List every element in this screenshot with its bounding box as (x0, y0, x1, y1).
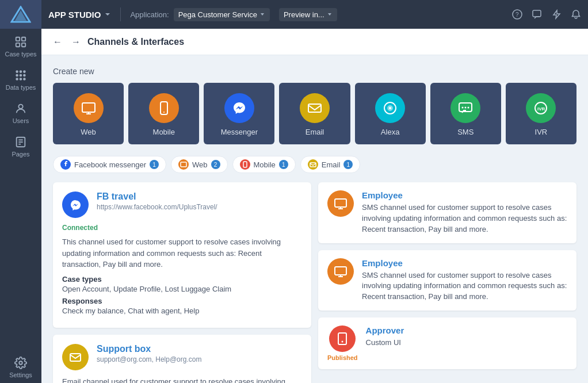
svg-point-20 (19, 361, 22, 365)
svg-rect-39 (310, 163, 316, 167)
svg-rect-3 (22, 37, 25, 41)
filter-tab-web[interactable]: Web 2 (171, 156, 228, 173)
right-column: Employee SMS channel used for customer s… (318, 182, 576, 383)
web-badge: 2 (211, 160, 220, 169)
svg-rect-42 (335, 267, 346, 275)
mobile-badge: 1 (279, 160, 288, 169)
svg-point-26 (163, 112, 165, 113)
employee-1-title: Employee (362, 190, 567, 200)
chat-icon[interactable] (532, 9, 542, 20)
mobile-icon (149, 93, 179, 123)
filter-tab-facebook[interactable]: Facebook messenger 1 (53, 156, 166, 173)
svg-point-44 (342, 341, 343, 343)
sidebar-item-pages[interactable]: Pages (0, 129, 41, 162)
fb-travel-header: FB travel https://www.facebook.com/Uplus… (62, 192, 302, 218)
fb-travel-case-types-value: Open Account, Update Profile, Lost Lugga… (62, 285, 302, 293)
fb-travel-info: FB travel https://www.facebook.com/Uplus… (97, 192, 302, 211)
forward-button[interactable]: → (69, 35, 83, 49)
create-new-label: Create new (53, 67, 576, 76)
svg-point-10 (20, 75, 22, 76)
email-tab-icon (308, 159, 318, 170)
filter-tab-email[interactable]: Email 1 (300, 156, 361, 173)
filter-tab-mobile[interactable]: Mobile 1 (232, 156, 296, 173)
back-button[interactable]: ← (51, 35, 64, 49)
support-box-subtitle: support@org.com, Help@org.com (97, 355, 302, 363)
content-area: Create new Web (41, 55, 588, 383)
employee-1-description: SMS channel used for customer support to… (362, 202, 567, 235)
fb-travel-subtitle: https://www.facebook.com/UplusTravel/ (97, 203, 302, 211)
channel-card-email[interactable]: Email (279, 83, 350, 144)
svg-point-30 (389, 107, 391, 109)
page-title: Channels & Interfaces (87, 37, 184, 47)
employee-2-title: Employee (362, 258, 567, 268)
svg-point-32 (462, 107, 464, 109)
preview-dropdown[interactable]: Preview in... (279, 8, 337, 21)
fb-travel-responses-value: Check my balance, Chat with agent, Help (62, 307, 302, 315)
employee-card-2: Employee SMS channel used for customer s… (318, 250, 576, 311)
filter-tabs: Facebook messenger 1 Web 2 Mobile 1 (53, 156, 576, 173)
main-content: APP STUDIO Application: Pega Customer Se… (41, 0, 588, 383)
left-column: FB travel https://www.facebook.com/Uplus… (53, 182, 311, 383)
alexa-icon (375, 93, 405, 123)
fb-travel-card: FB travel https://www.facebook.com/Uplus… (53, 182, 311, 328)
sms-icon (450, 93, 480, 123)
main-grid: FB travel https://www.facebook.com/Uplus… (53, 182, 576, 383)
svg-point-33 (465, 107, 467, 109)
fb-travel-responses-label: Responses (62, 297, 302, 305)
svg-rect-27 (308, 104, 321, 112)
employee-1-avatar (327, 190, 354, 217)
messenger-icon (224, 93, 254, 123)
svg-rect-38 (243, 162, 247, 167)
svg-point-13 (20, 78, 22, 80)
svg-text:?: ? (516, 12, 519, 18)
topbar-divider (120, 7, 121, 21)
approver-description: Custom UI (366, 338, 567, 348)
channel-card-web[interactable]: Web (53, 83, 124, 144)
svg-point-6 (16, 71, 18, 72)
topbar: APP STUDIO Application: Pega Customer Se… (41, 0, 588, 29)
svg-rect-4 (16, 43, 20, 47)
sidebar-item-data-types[interactable]: Data types (0, 62, 41, 95)
channel-card-alexa[interactable]: Alexa (355, 83, 426, 144)
application-dropdown[interactable]: Pega Customer Service (174, 8, 270, 21)
help-icon[interactable]: ? (512, 9, 522, 20)
employee-1-content: Employee SMS channel used for customer s… (362, 190, 567, 235)
svg-point-12 (16, 78, 18, 80)
sidebar-item-users[interactable]: Users (0, 95, 41, 129)
sidebar-item-settings[interactable]: Settings (0, 350, 41, 383)
svg-rect-41 (335, 199, 346, 207)
svg-point-8 (24, 71, 25, 72)
approver-status: Published (327, 354, 358, 361)
support-box-title: Support box (97, 344, 302, 354)
employee-2-content: Employee SMS channel used for customer s… (362, 258, 567, 303)
sidebar-item-case-types[interactable]: Case types (0, 29, 41, 62)
bell-icon[interactable] (571, 9, 581, 20)
svg-point-14 (24, 78, 25, 80)
mobile-tab-icon (240, 159, 250, 170)
facebook-tab-icon (60, 159, 71, 170)
email-icon (300, 93, 330, 123)
support-box-header: Support box support@org.com, Help@org.co… (62, 344, 302, 370)
approver-avatar-col: Published (327, 325, 358, 361)
fb-travel-case-types-label: Case types (62, 275, 302, 284)
fb-travel-avatar (62, 192, 89, 218)
channel-card-messenger[interactable]: Messenger (204, 83, 274, 144)
approver-avatar (329, 325, 356, 352)
channel-card-mobile[interactable]: Mobile (128, 83, 199, 144)
approver-card: Published Approver Custom UI (318, 317, 576, 369)
ivr-icon: IVR (526, 93, 556, 123)
bolt-icon[interactable] (551, 9, 562, 20)
svg-rect-24 (82, 103, 95, 112)
facebook-badge: 1 (150, 160, 159, 169)
approver-content: Approver Custom UI (366, 325, 567, 348)
svg-point-11 (24, 75, 25, 76)
channel-cards-row: Web Mobile Messenger (53, 83, 576, 144)
channel-card-sms[interactable]: SMS (430, 83, 501, 144)
channel-card-ivr[interactable]: IVR IVR (506, 83, 576, 144)
svg-text:IVR: IVR (537, 106, 545, 112)
svg-rect-40 (70, 354, 81, 361)
employee-2-avatar (327, 258, 354, 285)
fb-travel-title: FB travel (97, 192, 302, 202)
approver-title: Approver (366, 325, 567, 335)
svg-point-9 (16, 75, 18, 76)
